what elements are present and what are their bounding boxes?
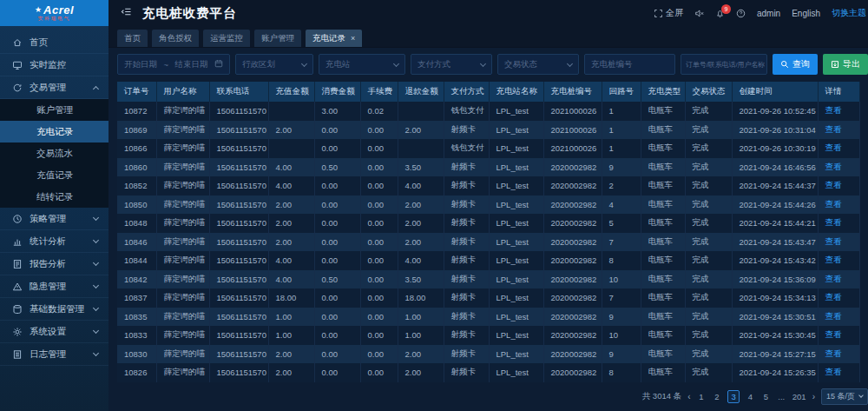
table-cell: 7 xyxy=(602,288,641,308)
table-cell: 0.00 xyxy=(360,139,398,158)
table-cell: 电瓶车 xyxy=(641,158,685,177)
tab[interactable]: 首页 xyxy=(117,30,148,47)
page-number[interactable]: 2 xyxy=(712,392,721,401)
table-cell: 2021-09-24 15:30:45 xyxy=(732,326,818,345)
table-cell: LPL_test xyxy=(489,363,543,382)
table-cell: 完成 xyxy=(685,345,732,364)
sidebar-item[interactable]: 日志管理 xyxy=(0,343,108,366)
detail-link[interactable]: 查看 xyxy=(818,363,859,382)
page-number[interactable]: 1 xyxy=(696,392,706,401)
keyword-input[interactable]: 订单号/联系电话/用户名称 xyxy=(681,54,767,75)
table-cell: 薛定谔的喵 xyxy=(156,121,209,140)
detail-link[interactable]: 查看 xyxy=(818,176,859,196)
table-cell: 0.00 xyxy=(360,196,398,215)
detail-link[interactable]: 查看 xyxy=(818,288,859,308)
table-cell xyxy=(268,139,314,158)
pay-method-select[interactable]: 支付方式 xyxy=(411,54,492,75)
sidebar-subitem[interactable]: 充值记录 xyxy=(0,164,108,186)
table-cell: 电瓶车 xyxy=(641,308,685,327)
sidebar-item[interactable]: 统计分析 xyxy=(0,230,108,253)
page-number[interactable]: 3 xyxy=(727,390,739,403)
user-menu[interactable]: admin xyxy=(757,9,780,18)
prev-page-button[interactable]: ‹ xyxy=(687,392,691,401)
table-cell: 2020002982 xyxy=(543,270,602,289)
export-button[interactable]: 导出 xyxy=(823,54,868,75)
detail-link[interactable]: 查看 xyxy=(818,233,859,252)
page-number[interactable]: 5 xyxy=(761,392,771,401)
tab[interactable]: 角色授权 xyxy=(152,30,199,47)
station-select[interactable]: 充电站 xyxy=(319,54,405,75)
notifications-button[interactable]: 9 xyxy=(715,9,725,18)
trade-status-select[interactable]: 交易状态 xyxy=(497,54,579,75)
table-cell: 薛定谔的喵 xyxy=(156,308,209,327)
home-icon xyxy=(12,37,23,48)
sidebar-item[interactable]: 基础数据管理 xyxy=(0,298,108,321)
detail-link[interactable]: 查看 xyxy=(818,158,859,177)
detail-link[interactable]: 查看 xyxy=(818,139,859,158)
query-button[interactable]: 查询 xyxy=(773,54,818,75)
detail-link[interactable]: 查看 xyxy=(818,251,859,270)
page-number[interactable]: 4 xyxy=(746,392,755,401)
sidebar-subitem[interactable]: 交易流水 xyxy=(0,143,108,164)
sidebar-item[interactable]: 交易管理 xyxy=(0,76,108,99)
theme-switch-link[interactable]: 切换主题 xyxy=(832,7,866,19)
detail-link[interactable]: 查看 xyxy=(818,102,859,121)
table-cell: 7 xyxy=(602,233,641,252)
table-cell: 2.00 xyxy=(268,214,314,233)
table-cell: 10872 xyxy=(117,102,156,121)
speaker-muted-icon xyxy=(694,9,704,18)
column-header: 创建时间 xyxy=(732,82,818,102)
detail-link[interactable]: 查看 xyxy=(818,270,859,289)
table-cell: 1 xyxy=(602,121,641,140)
sidebar-item[interactable]: 策略管理 xyxy=(0,208,108,230)
tab[interactable]: 运营监控 xyxy=(203,30,250,47)
page-number[interactable]: 201 xyxy=(792,392,806,401)
detail-link[interactable]: 查看 xyxy=(818,121,859,140)
sidebar-item[interactable]: 首页 xyxy=(0,31,108,54)
sidebar-subitem[interactable]: 账户管理 xyxy=(0,99,108,121)
table-cell: 2021000026 xyxy=(543,139,602,158)
tab-close-icon[interactable]: × xyxy=(351,34,355,43)
help-button[interactable] xyxy=(736,9,746,18)
table-cell: 10 xyxy=(602,270,641,289)
main: 充电桩收费平台 全屏 9 admin English 切换主题 xyxy=(108,0,868,411)
tab[interactable]: 账户管理 xyxy=(254,30,301,47)
export-icon xyxy=(831,60,839,69)
table-cell: 15061151570 xyxy=(209,121,268,140)
sidebar-item[interactable]: 隐患管理 xyxy=(0,275,108,298)
table-cell: 10866 xyxy=(117,139,156,158)
table-cell: 2020002982 xyxy=(543,233,602,252)
table-cell: 2.00 xyxy=(398,214,444,233)
mute-button[interactable] xyxy=(694,9,704,18)
table-cell: 0.02 xyxy=(360,102,398,121)
page-numbers: 12345...201 xyxy=(696,390,806,403)
table-cell: LPL_test xyxy=(489,214,543,233)
fullscreen-button[interactable]: 全屏 xyxy=(654,7,683,19)
column-header: 详情 xyxy=(818,82,859,102)
sidebar-subitem[interactable]: 结转记录 xyxy=(0,186,108,208)
sidebar-item[interactable]: 实时监控 xyxy=(0,54,108,76)
detail-link[interactable]: 查看 xyxy=(818,308,859,327)
table-row: 10837薛定谔的喵1506115157018.000.000.0018.00射… xyxy=(117,288,859,308)
sidebar-item[interactable]: 系统设置 xyxy=(0,321,108,343)
date-range-picker[interactable]: 开始日期 ~ 结束日期 xyxy=(117,54,230,75)
detail-link[interactable]: 查看 xyxy=(818,196,859,215)
sidebar-item[interactable]: 报告分析 xyxy=(0,253,108,275)
brand-logo: ★ Acrel 安科瑞电气 xyxy=(0,0,108,26)
detail-link[interactable]: 查看 xyxy=(818,345,859,364)
detail-link[interactable]: 查看 xyxy=(818,214,859,233)
monitor-icon xyxy=(12,60,23,70)
menu-fold-icon[interactable] xyxy=(121,5,132,21)
next-page-button[interactable]: › xyxy=(812,392,816,401)
table-row: 10842薛定谔的喵150611515704.000.500.003.50射频卡… xyxy=(117,270,859,289)
region-select[interactable]: 行政区划 xyxy=(235,54,313,75)
sidebar-subitem[interactable]: 充电记录 xyxy=(0,121,108,143)
tab[interactable]: 充电记录× xyxy=(306,30,362,47)
table-cell: 18.00 xyxy=(398,288,444,308)
table-cell: 10848 xyxy=(117,214,156,233)
pile-no-input[interactable]: 充电桩编号 xyxy=(584,54,675,75)
language-switch[interactable]: English xyxy=(792,9,820,18)
table-cell: 15061151570 xyxy=(209,308,268,327)
detail-link[interactable]: 查看 xyxy=(818,326,859,345)
page-size-select[interactable]: 15 条/页 xyxy=(821,388,868,405)
